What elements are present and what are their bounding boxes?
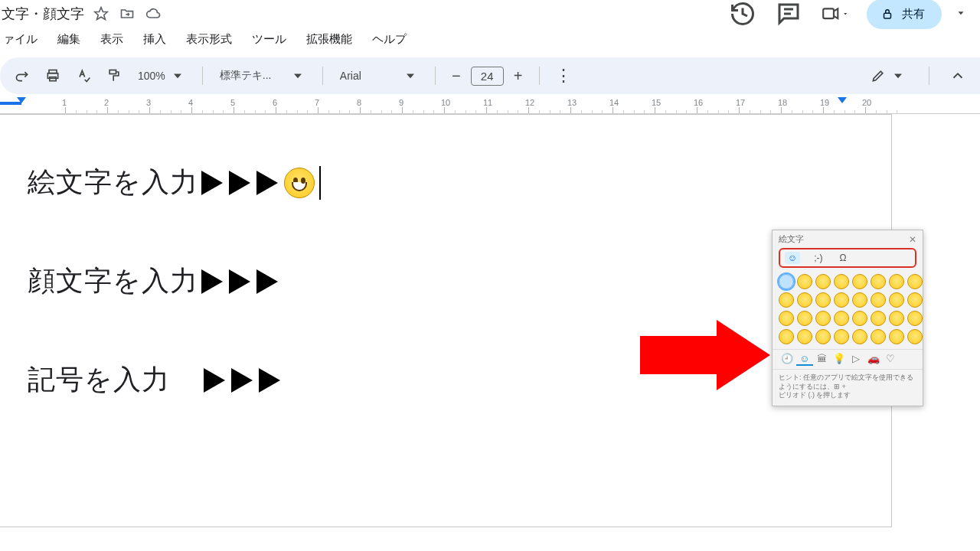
triangle-icon — [204, 368, 225, 393]
emoji-cell[interactable] — [797, 311, 812, 326]
spellcheck-button[interactable] — [74, 64, 93, 87]
emoji-cell[interactable] — [907, 292, 923, 308]
collapse-toolbar-button[interactable] — [949, 67, 966, 84]
history-icon[interactable] — [729, 0, 756, 28]
emoji-cell[interactable] — [907, 329, 923, 344]
indent-marker-left[interactable] — [17, 97, 26, 103]
triangle-icon — [231, 368, 253, 393]
increase-font-button[interactable]: + — [511, 67, 525, 85]
styles-dropdown[interactable]: 標準テキ... — [217, 68, 309, 83]
triangle-icon — [201, 269, 223, 294]
emoji-cell[interactable] — [779, 274, 794, 289]
share-button[interactable]: 共有 — [867, 0, 942, 29]
triangle-icon — [259, 368, 280, 393]
doc-line-1[interactable]: 絵文字を入力 — [28, 164, 891, 201]
menu-format[interactable]: 表示形式 — [185, 29, 234, 50]
emoji-cell[interactable] — [907, 274, 923, 289]
emoji-cell[interactable] — [871, 311, 886, 326]
menu-help[interactable]: ヘルプ — [371, 29, 408, 50]
picker-tab-symbol[interactable]: Ω — [837, 252, 850, 264]
emoji-cell[interactable] — [871, 292, 886, 308]
svg-marker-4 — [834, 9, 838, 19]
emoji-category-tab[interactable]: 🚗 — [865, 353, 883, 366]
emoji-cell[interactable] — [815, 292, 831, 308]
emoji-cell[interactable] — [907, 311, 923, 326]
svg-rect-12 — [109, 70, 116, 74]
cloud-status-icon[interactable] — [145, 6, 161, 21]
comments-icon[interactable] — [775, 0, 802, 28]
paint-format-button[interactable] — [104, 64, 124, 87]
emoji-cell[interactable] — [889, 311, 904, 326]
ruler-number: 6 — [273, 98, 277, 107]
ruler[interactable]: 1234567891011121314151617181920 — [0, 97, 980, 114]
emoji-cell[interactable] — [834, 311, 849, 326]
editing-mode-button[interactable] — [867, 68, 909, 83]
emoji-cell[interactable] — [871, 329, 886, 344]
move-folder-icon[interactable] — [119, 6, 135, 21]
emoji-cell[interactable] — [852, 329, 867, 344]
share-label: 共有 — [902, 7, 925, 21]
svg-marker-16 — [894, 74, 902, 79]
emoji-category-tab[interactable]: 🏛 — [813, 353, 831, 366]
redo-button[interactable] — [12, 64, 32, 87]
emoji-category-tab[interactable]: ♡ — [882, 353, 900, 366]
decrease-font-button[interactable]: − — [449, 67, 463, 85]
emoji-cell[interactable] — [889, 329, 904, 344]
menu-edit[interactable]: 編集 — [56, 29, 82, 50]
emoji-cell[interactable] — [834, 329, 849, 344]
emoji-cell[interactable] — [852, 311, 867, 326]
emoji-cell[interactable] — [779, 311, 794, 326]
emoji-category-tab[interactable]: 🕘 — [779, 353, 796, 366]
font-size-input[interactable]: 24 — [471, 67, 504, 86]
menu-file[interactable]: ァイル — [2, 29, 39, 50]
meet-icon[interactable] — [821, 0, 848, 28]
emoji-category-tab[interactable]: 💡 — [831, 353, 848, 366]
emoji-cell[interactable] — [815, 329, 831, 344]
zoom-value: 100% — [138, 70, 165, 82]
emoji-cell[interactable] — [871, 274, 886, 289]
menu-extensions[interactable]: 拡張機能 — [305, 29, 354, 50]
emoji-cell[interactable] — [889, 292, 904, 308]
indent-marker-right[interactable] — [838, 97, 847, 103]
emoji-cell[interactable] — [852, 292, 867, 308]
emoji-cell[interactable] — [834, 292, 849, 308]
doc-title[interactable]: 文字・顔文字 — [0, 5, 84, 23]
emoji-category-tab[interactable] — [900, 353, 917, 366]
emoji-cell[interactable] — [889, 274, 904, 289]
emoji-cell[interactable] — [834, 274, 849, 289]
share-caret-icon[interactable] — [956, 6, 966, 22]
emoji-cell[interactable] — [797, 329, 812, 344]
picker-tab-kaomoji[interactable]: ;-) — [811, 252, 825, 264]
close-icon[interactable]: ✕ — [909, 234, 916, 245]
picker-hint-line1: ヒント: 任意のアプリで絵文字を使用できるようにするには、⊞ + — [779, 373, 916, 391]
ruler-number: 9 — [399, 98, 403, 107]
emoji-cell[interactable] — [797, 274, 812, 289]
triangle-icon — [256, 269, 278, 294]
doc-line-2[interactable]: 顔文字を入力 — [28, 262, 891, 300]
svg-marker-7 — [959, 11, 964, 15]
print-button[interactable] — [43, 64, 63, 87]
ruler-number: 19 — [820, 98, 829, 107]
menu-insert[interactable]: 挿入 — [142, 29, 168, 50]
emoji-cell[interactable] — [815, 311, 831, 326]
emoji-category-tab[interactable]: ☺ — [796, 353, 814, 366]
svg-marker-0 — [95, 8, 108, 20]
star-icon[interactable] — [93, 6, 109, 21]
menu-tools[interactable]: ツール — [250, 29, 288, 50]
menu-view[interactable]: 表示 — [99, 29, 125, 50]
emoji-cell[interactable] — [815, 274, 831, 289]
line2-text: 顔文字を入力 — [28, 262, 198, 300]
font-dropdown[interactable]: Arial — [337, 68, 421, 83]
ruler-number: 7 — [315, 98, 319, 107]
more-tools-button[interactable]: ⋮ — [554, 64, 573, 87]
emoji-cell[interactable] — [852, 274, 867, 289]
ruler-number: 17 — [736, 98, 745, 107]
emoji-cell[interactable] — [779, 329, 794, 344]
zoom-dropdown[interactable]: 100% — [135, 68, 188, 83]
annotation-arrow — [640, 320, 770, 390]
emoji-category-tab[interactable]: ▷ — [848, 353, 865, 366]
picker-tab-emoji[interactable]: ☺ — [785, 252, 800, 264]
emoji-cell[interactable] — [797, 292, 812, 308]
ruler-number: 8 — [357, 98, 361, 107]
emoji-cell[interactable] — [779, 292, 794, 308]
